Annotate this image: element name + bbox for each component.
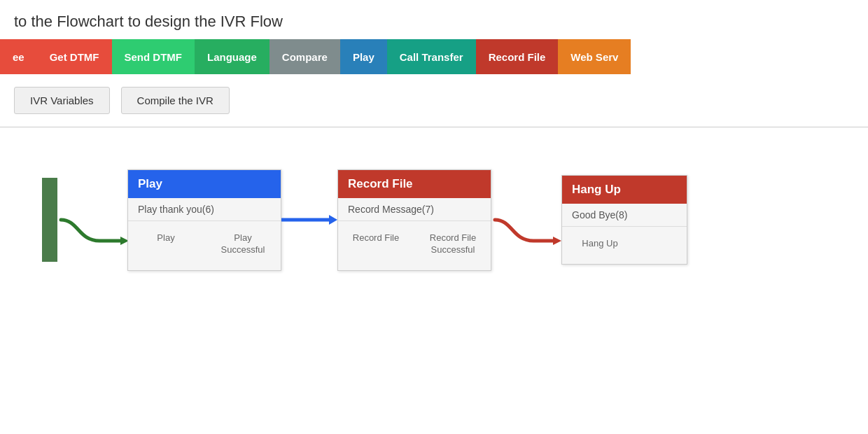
blue-arrow-connector — [281, 209, 337, 230]
record-file-node[interactable]: Record File Record Message(7) Record Fil… — [337, 169, 491, 271]
pink-arrow-svg — [491, 185, 561, 255]
ivr-variables-button[interactable]: IVR Variables — [14, 87, 110, 114]
flowchart-area: Play Play thank you(6) Play Play Success… — [0, 127, 868, 434]
toolbar-btn-ee[interactable]: ee — [0, 39, 37, 74]
svg-marker-3 — [553, 237, 561, 245]
record-file-port-left: Record File — [348, 232, 404, 256]
record-file-node-header: Record File — [338, 170, 491, 198]
play-node[interactable]: Play Play thank you(6) Play Play Success… — [127, 169, 281, 271]
record-file-node-ports: Record File Record File Successful — [338, 221, 491, 270]
blue-arrow-svg — [281, 209, 337, 230]
page-title: to the Flowchart to design the IVR Flow — [0, 0, 868, 39]
toolbar-btn-call-transfer[interactable]: Call Transfer — [387, 39, 476, 74]
hangup-node[interactable]: Hang Up Good Bye(8) Hang Up — [561, 175, 687, 265]
svg-marker-2 — [329, 215, 337, 225]
toolbar-btn-compare[interactable]: Compare — [270, 39, 340, 74]
svg-marker-0 — [120, 237, 127, 245]
play-node-header: Play — [128, 170, 281, 198]
toolbar-btn-get-dtmf[interactable]: Get DTMF — [37, 39, 112, 74]
toolbar-btn-play[interactable]: Play — [340, 39, 387, 74]
page: to the Flowchart to design the IVR Flow … — [0, 0, 868, 434]
toolbar-btn-web-serv[interactable]: Web Serv — [558, 39, 631, 74]
start-block — [42, 178, 57, 262]
record-file-node-subheader: Record Message(7) — [338, 198, 491, 221]
compile-ivr-button[interactable]: Compile the IVR — [121, 87, 230, 114]
play-node-port-left: Play — [138, 232, 194, 256]
green-arrow-connector — [57, 185, 127, 255]
toolbar-btn-language[interactable]: Language — [195, 39, 270, 74]
action-bar: IVR Variables Compile the IVR — [0, 74, 868, 127]
toolbar-btn-send-dtmf[interactable]: Send DTMF — [112, 39, 195, 74]
play-node-ports: Play Play Successful — [128, 221, 281, 270]
toolbar-btn-record-file[interactable]: Record File — [476, 39, 559, 74]
hangup-node-subheader: Good Bye(8) — [562, 204, 687, 227]
hangup-node-ports: Hang Up — [562, 227, 687, 264]
play-node-port-right: Play Successful — [215, 232, 271, 256]
hangup-port-left: Hang Up — [572, 238, 628, 250]
toolbar: ee Get DTMF Send DTMF Language Compare P… — [0, 39, 868, 74]
pink-arrow-connector — [491, 185, 561, 255]
green-arrow-svg — [57, 185, 127, 255]
play-node-subheader: Play thank you(6) — [128, 198, 281, 221]
record-file-port-right: Record File Successful — [425, 232, 481, 256]
flow-nodes: Play Play thank you(6) Play Play Success… — [42, 169, 868, 271]
hangup-node-header: Hang Up — [562, 176, 687, 204]
